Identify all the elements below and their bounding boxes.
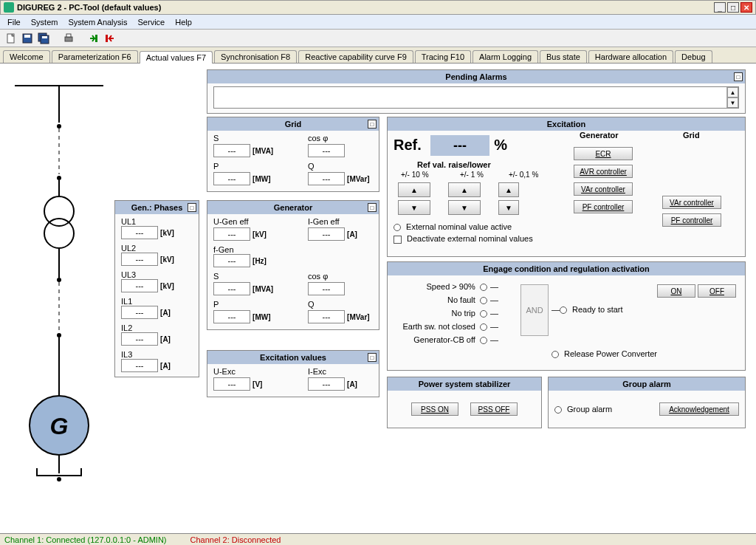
release-label: Release Power Converter bbox=[564, 349, 657, 358]
var-grid-button[interactable]: VAr controller bbox=[662, 196, 721, 209]
gen-phases-title: Gen.: Phases bbox=[131, 203, 183, 212]
maximize-button[interactable]: □ bbox=[727, 2, 739, 13]
menu-help[interactable]: Help bbox=[175, 18, 192, 27]
scrollbar[interactable]: ▲▼ bbox=[726, 87, 738, 108]
tab-debug[interactable]: Debug bbox=[675, 50, 712, 63]
ecr-button[interactable]: ECR bbox=[574, 147, 633, 160]
notrip-label: No trip bbox=[451, 309, 475, 318]
tab-alarm-logging[interactable]: Alarm Logging bbox=[472, 50, 538, 63]
grid-s-label: S bbox=[213, 134, 278, 143]
close-button[interactable]: ✕ bbox=[740, 2, 752, 13]
svg-point-26 bbox=[57, 477, 61, 481]
group-alarm-header: Group alarm bbox=[549, 377, 745, 391]
group-alarm-panel: Group alarm Group alarm Acknowledgement bbox=[548, 377, 746, 428]
nofault-label: No fault bbox=[447, 295, 475, 304]
tab-parameterization[interactable]: Parameterization F6 bbox=[52, 50, 138, 63]
gen-q-label: Q bbox=[308, 300, 373, 309]
pending-alarms-text[interactable]: ▲▼ bbox=[213, 86, 739, 109]
il2-unit: [A] bbox=[160, 335, 171, 343]
ref-value: --- bbox=[430, 135, 489, 156]
tab-welcome[interactable]: Welcome bbox=[3, 50, 50, 63]
engage-condition-title: Engage condition and regulation activati… bbox=[483, 264, 650, 273]
fgen-unit: [Hz] bbox=[252, 257, 267, 265]
il1-unit: [A] bbox=[160, 309, 171, 317]
save-all-icon[interactable] bbox=[37, 32, 50, 45]
on-button[interactable]: ON bbox=[657, 284, 695, 298]
print-icon[interactable] bbox=[62, 32, 75, 45]
tab-bus-state[interactable]: Bus state bbox=[540, 50, 587, 63]
pss-title: Power system stabilizer bbox=[419, 380, 511, 388]
svg-point-14 bbox=[57, 176, 61, 180]
single-line-diagram: G bbox=[0, 71, 111, 533]
panel-collapse-icon[interactable]: □ bbox=[368, 120, 377, 128]
uexc-value: --- bbox=[213, 377, 250, 391]
panel-collapse-icon[interactable]: □ bbox=[368, 203, 377, 212]
panel-collapse-icon[interactable]: □ bbox=[368, 353, 377, 362]
uexc-label: U-Exc bbox=[213, 367, 278, 376]
pf-gen-button[interactable]: PF controller bbox=[574, 200, 633, 213]
gen-s-label: S bbox=[213, 272, 278, 281]
raise-01-button[interactable]: ▲ bbox=[498, 182, 519, 197]
excitation-values-header: Excitation values □ bbox=[207, 351, 379, 364]
lower-10-button[interactable]: ▼ bbox=[398, 200, 430, 215]
tab-actual-values[interactable]: Actual values F7 bbox=[140, 51, 213, 64]
acknowledgement-button[interactable]: Acknowledgement bbox=[659, 402, 739, 416]
menu-file[interactable]: File bbox=[7, 18, 21, 27]
pss-off-button[interactable]: PSS OFF bbox=[470, 402, 518, 416]
tab-tracing[interactable]: Tracing F10 bbox=[415, 50, 471, 63]
avr-button[interactable]: AVR controller bbox=[574, 165, 633, 178]
app-icon bbox=[4, 2, 14, 13]
off-button[interactable]: OFF bbox=[698, 284, 736, 298]
pss-panel: Power system stabilizer PSS ON PSS OFF bbox=[387, 377, 542, 428]
ul1-value: --- bbox=[121, 226, 158, 239]
pf-grid-button[interactable]: PF controller bbox=[662, 213, 721, 227]
tab-hardware-allocation[interactable]: Hardware allocation bbox=[588, 50, 673, 63]
gen-phases-panel: Gen.: Phases □ UL1 --- [kV] UL2 --- [kV]… bbox=[114, 200, 199, 377]
ul2-unit: [kV] bbox=[160, 256, 174, 264]
panel-collapse-icon[interactable]: □ bbox=[734, 72, 743, 81]
var-gen-button[interactable]: VAr controller bbox=[574, 182, 633, 196]
raise-10-button[interactable]: ▲ bbox=[398, 182, 430, 197]
il1-value: --- bbox=[121, 306, 158, 319]
raise-1-button[interactable]: ▲ bbox=[448, 182, 481, 197]
gen-phases-header: Gen.: Phases □ bbox=[115, 201, 199, 214]
gen-cos-value: --- bbox=[308, 282, 345, 295]
il3-label: IL3 bbox=[121, 350, 193, 359]
minimize-button[interactable]: _ bbox=[714, 2, 726, 13]
lower-1-button[interactable]: ▼ bbox=[448, 200, 481, 215]
ref-pct: % bbox=[494, 137, 507, 153]
svg-rect-2 bbox=[24, 35, 30, 38]
status-bar: Channel 1: Connected (127.0.0.1:0 - ADMI… bbox=[0, 533, 756, 545]
tab-reactive-capability[interactable]: Reactive capability curve F9 bbox=[298, 50, 413, 63]
group-alarm-label: Group alarm bbox=[567, 405, 612, 414]
pm01-label: +/- 0,1 % bbox=[509, 171, 538, 179]
earth-label: Earth sw. not closed bbox=[402, 322, 475, 331]
grid-p-label: P bbox=[213, 162, 278, 171]
deactivate-external-label: Deactivate external nominal values bbox=[407, 234, 533, 243]
tab-synchronisation[interactable]: Synchronisation F8 bbox=[214, 50, 297, 63]
nofault-led bbox=[480, 297, 487, 304]
menu-system[interactable]: System bbox=[31, 18, 58, 27]
new-icon[interactable] bbox=[4, 32, 18, 45]
fgen-label: f-Gen bbox=[213, 245, 373, 254]
earth-led bbox=[480, 323, 487, 331]
menu-system-analysis[interactable]: System Analysis bbox=[68, 18, 127, 27]
content-area: G Pending Alarms □ ▲▼ Grid □ S cos φ bbox=[0, 64, 756, 533]
deactivate-external-checkbox[interactable] bbox=[394, 236, 402, 244]
grid-title: Grid bbox=[285, 120, 302, 128]
pss-on-button[interactable]: PSS ON bbox=[411, 402, 458, 416]
grid-s-unit: [MVA] bbox=[252, 147, 273, 155]
raise-lower-label: Ref val. raise/lower bbox=[417, 160, 491, 169]
pending-alarms-title: Pending Alarms bbox=[445, 72, 506, 81]
notrip-led bbox=[480, 310, 487, 318]
excitation-values-panel: Excitation values □ U-Exc I-Exc --- [V] … bbox=[207, 350, 379, 397]
excitation-title: Excitation bbox=[547, 120, 586, 128]
connect-icon[interactable] bbox=[87, 32, 100, 45]
panel-collapse-icon[interactable]: □ bbox=[188, 203, 196, 212]
igen-label: I-Gen eff bbox=[308, 217, 373, 226]
menu-service[interactable]: Service bbox=[138, 18, 165, 27]
save-icon[interactable] bbox=[21, 32, 34, 45]
lower-01-button[interactable]: ▼ bbox=[498, 200, 519, 215]
disconnect-icon[interactable] bbox=[103, 32, 117, 45]
ugen-unit: [kV] bbox=[252, 230, 267, 239]
